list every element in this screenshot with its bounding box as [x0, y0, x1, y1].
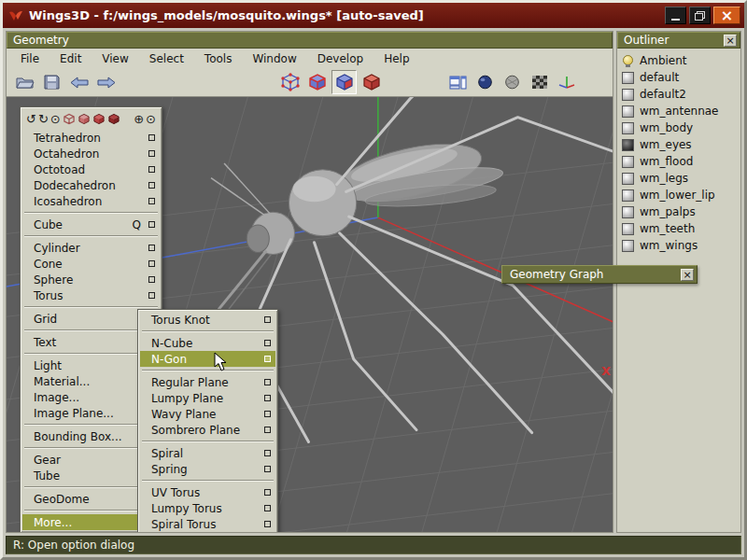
submenu-item-spring[interactable]: Spring [140, 461, 275, 477]
window-titlebar[interactable]: Wings3D - f:/wings_models/mosquito.wings… [3, 3, 744, 28]
history-icon[interactable]: ⊙ [50, 113, 61, 125]
option-box-icon[interactable] [264, 466, 271, 472]
option-box-icon[interactable] [264, 379, 271, 385]
option-box-icon[interactable] [148, 198, 155, 204]
magnet-icon[interactable]: ⊕ [134, 113, 144, 125]
restore-icon [695, 11, 705, 21]
save-button[interactable] [39, 70, 64, 94]
menubar-item-select[interactable]: Select [139, 49, 194, 68]
menu-item-octotoad[interactable]: Octotoad [22, 161, 160, 177]
vertex-mode-icon[interactable] [63, 113, 76, 125]
pivot-icon[interactable]: ⊙ [146, 113, 156, 125]
option-box-icon[interactable] [264, 411, 271, 417]
menubar-item-edit[interactable]: Edit [49, 49, 92, 68]
outliner-item-wm-body[interactable]: wm_body [617, 119, 740, 136]
submenu-item-sombrero-plane[interactable]: Sombrero Plane [140, 422, 275, 438]
minimize-button[interactable] [665, 7, 686, 24]
submenu-item-uv-torus[interactable]: UV Torus [140, 484, 275, 500]
windows-button[interactable] [445, 70, 471, 94]
option-box-icon[interactable] [148, 166, 155, 173]
menu-item-cylinder[interactable]: Cylinder [22, 240, 160, 256]
option-box-icon[interactable] [148, 150, 155, 157]
redo-button[interactable] [93, 70, 119, 94]
edge-mode-icon[interactable] [78, 113, 91, 125]
option-box-icon[interactable] [264, 427, 271, 433]
viewport[interactable]: X ↺ ↻ ⊙ ⊕ ⊙ Tet [7, 97, 613, 532]
menu-item-cube[interactable]: CubeQ [22, 217, 160, 232]
submenu-item-wavy-plane[interactable]: Wavy Plane [140, 406, 275, 422]
edge-select-button[interactable] [304, 70, 330, 94]
geometry-graph-close-button[interactable]: × [681, 269, 694, 281]
undo-button[interactable] [66, 70, 92, 94]
face-select-button[interactable] [331, 70, 357, 94]
submenu-item-n-gon[interactable]: N-Gon [140, 351, 275, 367]
menu-item-sphere[interactable]: Sphere [22, 272, 160, 287]
option-box-icon[interactable] [264, 340, 271, 346]
outliner-item-default2[interactable]: default2 [617, 86, 740, 103]
submenu-item-lumpy-torus[interactable]: Lumpy Torus [140, 500, 275, 516]
option-box-icon[interactable] [148, 182, 155, 189]
option-box-icon[interactable] [264, 489, 271, 496]
axes-button[interactable] [554, 70, 579, 94]
outliner-titlebar[interactable]: Outliner × [617, 32, 740, 49]
option-box-icon[interactable] [148, 292, 155, 299]
open-button[interactable] [12, 70, 37, 94]
menu-item-cone[interactable]: Cone [22, 256, 160, 272]
face-mode-icon[interactable] [92, 113, 106, 125]
geometry-title: Geometry [13, 34, 69, 47]
outliner-item-wm-flood[interactable]: wm_flood [617, 153, 740, 170]
menu-item-label: Cone [34, 258, 148, 271]
geometry-graph-titlebar[interactable]: Geometry Graph × [501, 265, 698, 284]
outliner-item-wm-antennae[interactable]: wm_antennae [617, 103, 740, 119]
geometry-titlebar[interactable]: Geometry [7, 32, 613, 49]
outliner-item-wm-lower-lip[interactable]: wm_lower_lip [617, 187, 740, 203]
body-mode-icon[interactable] [107, 113, 120, 125]
option-box-icon[interactable] [148, 221, 155, 228]
repeat-icon[interactable]: ↺ [26, 113, 36, 125]
menubar-item-file[interactable]: File [10, 49, 49, 68]
option-box-icon[interactable] [264, 395, 271, 401]
body-select-button[interactable] [359, 70, 384, 94]
restore-button[interactable] [689, 7, 711, 24]
option-box-icon[interactable] [264, 521, 271, 527]
option-box-icon[interactable] [148, 134, 155, 141]
outliner-item-wm-palps[interactable]: wm_palps [617, 203, 740, 220]
submenu-item-spiral-torus[interactable]: Spiral Torus [140, 516, 275, 532]
submenu-item-lumpy-plane[interactable]: Lumpy Plane [140, 390, 275, 406]
option-box-icon[interactable] [148, 245, 155, 251]
outliner-item-wm-teeth[interactable]: wm_teeth [617, 220, 740, 237]
submenu-item-spiral[interactable]: Spiral [140, 445, 275, 461]
outliner-close-button[interactable]: × [724, 35, 737, 47]
smooth-preview-button[interactable] [472, 70, 498, 94]
menubar-item-window[interactable]: Window [242, 49, 306, 68]
outliner-item-default[interactable]: default [617, 69, 740, 86]
menu-item-icosahedron[interactable]: Icosahedron [22, 193, 160, 209]
option-box-icon[interactable] [264, 450, 271, 456]
menubar-item-tools[interactable]: Tools [194, 49, 243, 68]
vertex-select-button[interactable] [277, 70, 303, 94]
menubar-item-help[interactable]: Help [374, 49, 419, 68]
menu-item-tetrahedron[interactable]: Tetrahedron [22, 130, 160, 146]
app-icon [8, 8, 23, 23]
submenu-item-regular-plane[interactable]: Regular Plane [140, 374, 275, 390]
outliner-item-wm-eyes[interactable]: wm_eyes [617, 136, 740, 153]
ground-plane-button[interactable] [527, 70, 552, 94]
redo-icon[interactable]: ↻ [38, 113, 49, 125]
outliner-item-wm-wings[interactable]: wm_wings [617, 237, 740, 254]
outliner-item-wm-legs[interactable]: wm_legs [617, 170, 740, 187]
close-button[interactable]: × [713, 7, 740, 24]
option-box-icon[interactable] [148, 260, 155, 267]
menubar-item-develop[interactable]: Develop [307, 49, 374, 68]
menubar-item-view[interactable]: View [92, 49, 138, 68]
submenu-item-torus-knot[interactable]: Torus Knot [140, 312, 275, 328]
option-box-icon[interactable] [264, 316, 271, 323]
menu-item-torus[interactable]: Torus [22, 287, 160, 303]
option-box-icon[interactable] [264, 356, 271, 362]
submenu-item-n-cube[interactable]: N-Cube [140, 335, 275, 351]
menu-item-octahedron[interactable]: Octahedron [22, 146, 160, 161]
outliner-item-ambient[interactable]: Ambient [617, 52, 740, 69]
option-box-icon[interactable] [148, 276, 155, 283]
menu-item-dodecahedron[interactable]: Dodecahedron [22, 177, 160, 193]
flat-preview-button[interactable] [500, 70, 525, 94]
option-box-icon[interactable] [264, 505, 271, 511]
